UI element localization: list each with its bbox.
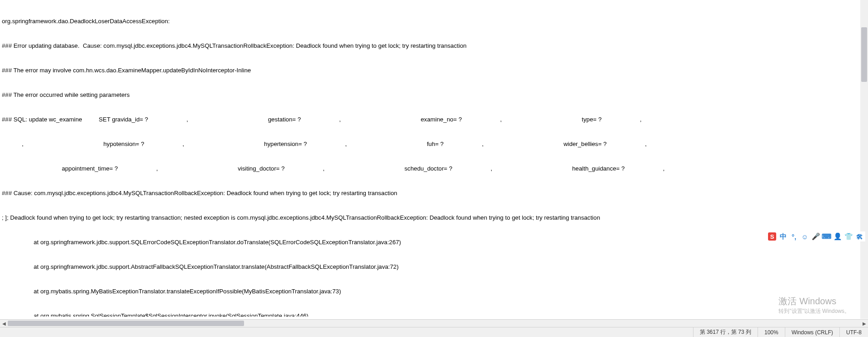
log-content[interactable]: org.springframework.dao.DeadlockLoserDat… — [0, 0, 868, 317]
log-sql-line: , hypotension= ? , hypertension= ? , — [2, 140, 866, 148]
vertical-scrollbar[interactable] — [860, 0, 868, 319]
ime-toolbar[interactable]: S 中 °, ☺ 🎤 ⌨ 👤 👕 🛠 — [766, 231, 865, 241]
scroll-right-icon[interactable]: ▶ — [860, 320, 868, 327]
status-encoding[interactable]: UTF-8 — [839, 327, 868, 337]
ime-keyboard-icon[interactable]: ⌨ — [823, 232, 831, 241]
ime-user-icon[interactable]: 👤 — [833, 232, 842, 241]
log-line: ### Cause: com.mysql.jdbc.exceptions.jdb… — [2, 189, 866, 197]
stack-line: at org.mybatis.spring.SqlSessionTemplate… — [2, 312, 866, 317]
log-line: ; ]; Deadlock found when trying to get l… — [2, 214, 866, 222]
scroll-track[interactable] — [8, 320, 860, 327]
stack-line: at org.springframework.jdbc.support.Abst… — [2, 263, 866, 271]
scroll-left-icon[interactable]: ◀ — [0, 320, 8, 327]
ime-mic-icon[interactable]: 🎤 — [812, 232, 820, 241]
scroll-thumb-vertical[interactable] — [861, 27, 867, 82]
ime-emoji-icon[interactable]: ☺ — [801, 232, 809, 241]
status-zoom[interactable]: 100% — [758, 327, 785, 337]
stack-line: at org.mybatis.spring.MyBatisExceptionTr… — [2, 287, 866, 296]
log-sql-line: appointment_time= ? , visiting_doctor= ?… — [2, 165, 866, 173]
status-bar: 第 3617 行，第 73 列 100% Windows (CRLF) UTF-… — [0, 327, 868, 337]
status-line-ending[interactable]: Windows (CRLF) — [785, 327, 839, 337]
log-line: org.springframework.dao.DeadlockLoserDat… — [2, 17, 866, 25]
ime-language-icon[interactable]: 中 — [779, 232, 787, 241]
log-sql-line: ### SQL: update wc_examine SET gravida_i… — [2, 116, 866, 124]
stack-line: at org.springframework.jdbc.support.SQLE… — [2, 238, 866, 246]
horizontal-scrollbar[interactable]: ◀ ▶ — [0, 319, 868, 327]
ime-sogou-icon[interactable]: S — [768, 232, 776, 241]
scroll-thumb-horizontal[interactable] — [8, 321, 244, 326]
ime-skin-icon[interactable]: 👕 — [844, 232, 853, 241]
log-line: ### Error updating database. Cause: com.… — [2, 42, 866, 50]
log-line: ### The error may involve com.hn.wcs.dao… — [2, 66, 866, 75]
log-line: ### The error occurred while setting par… — [2, 91, 866, 99]
ime-punct-icon[interactable]: °, — [790, 232, 798, 241]
ime-toolbox-icon[interactable]: 🛠 — [855, 232, 863, 241]
status-position[interactable]: 第 3617 行，第 73 列 — [693, 327, 758, 337]
